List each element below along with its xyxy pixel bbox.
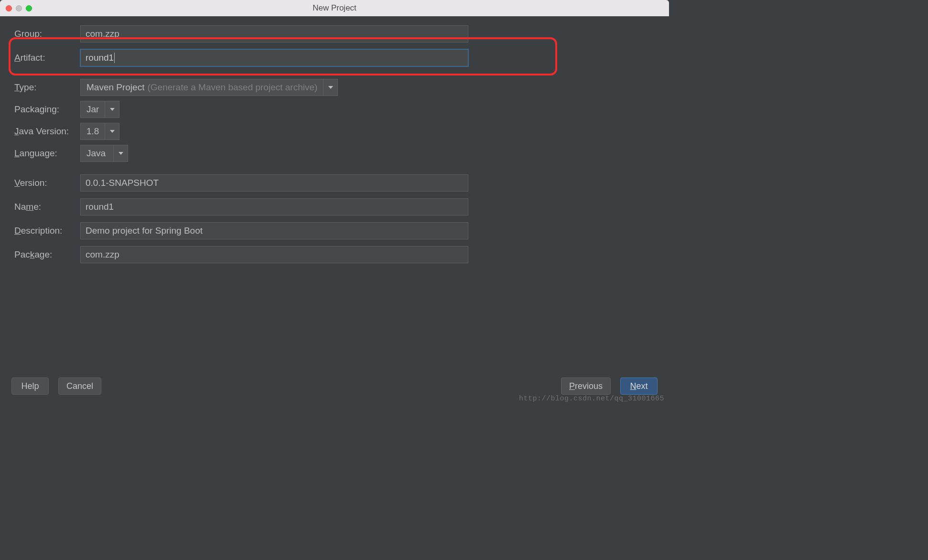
chevron-down-icon [105, 101, 119, 118]
help-button[interactable]: Help [11, 377, 49, 395]
dialog-content: Group: com.zzp Artifact: round1 Type: Ma… [0, 16, 669, 375]
chevron-down-icon [105, 123, 119, 140]
watermark: http://blog.csdn.net/qq_31001665 [519, 395, 664, 403]
row-name: Name: round1 [11, 196, 658, 218]
text-caret [114, 53, 115, 63]
maximize-icon[interactable] [26, 5, 32, 11]
label-description: Description: [11, 226, 80, 236]
label-name: Name: [11, 202, 80, 212]
row-description: Description: Demo project for Spring Boo… [11, 220, 658, 242]
row-java-version: Java Version: 1.8 [11, 120, 658, 142]
chevron-down-icon [324, 79, 338, 96]
next-button[interactable]: Next [620, 377, 658, 395]
label-packaging: Packaging: [11, 104, 80, 115]
label-java-version: Java Version: [11, 126, 80, 137]
row-artifact: Artifact: round1 [11, 47, 658, 69]
version-input[interactable]: 0.0.1-SNAPSHOT [80, 174, 468, 192]
artifact-input[interactable]: round1 [80, 49, 468, 66]
new-project-dialog: New Project Group: com.zzp Artifact: rou… [0, 0, 669, 404]
label-group: Group: [11, 29, 80, 39]
row-package: Package: com.zzp [11, 244, 658, 266]
row-type: Type: Maven Project(Generate a Maven bas… [11, 76, 658, 98]
row-group: Group: com.zzp [11, 23, 658, 45]
label-language: Language: [11, 148, 80, 159]
name-input[interactable]: round1 [80, 198, 468, 215]
titlebar: New Project [0, 0, 669, 16]
label-type: Type: [11, 82, 80, 93]
label-package: Package: [11, 249, 80, 260]
close-icon[interactable] [6, 5, 12, 11]
row-language: Language: Java [11, 142, 658, 164]
package-input[interactable]: com.zzp [80, 246, 468, 263]
row-packaging: Packaging: Jar [11, 98, 658, 120]
label-artifact: Artifact: [11, 53, 80, 63]
window-title: New Project [0, 3, 669, 13]
chevron-down-icon [114, 145, 128, 162]
window-controls [0, 5, 32, 11]
java-version-select[interactable]: 1.8 [80, 123, 119, 140]
packaging-select[interactable]: Jar [80, 101, 119, 118]
type-select[interactable]: Maven Project(Generate a Maven based pro… [80, 79, 338, 96]
label-version: Version: [11, 178, 80, 188]
form: Group: com.zzp Artifact: round1 Type: Ma… [11, 23, 658, 266]
language-select[interactable]: Java [80, 145, 128, 162]
row-version: Version: 0.0.1-SNAPSHOT [11, 172, 658, 194]
previous-button[interactable]: Previous [561, 377, 611, 395]
button-bar: Help Cancel Previous Next http://blog.cs… [0, 375, 669, 404]
cancel-button[interactable]: Cancel [58, 377, 101, 395]
minimize-icon[interactable] [16, 5, 22, 11]
description-input[interactable]: Demo project for Spring Boot [80, 222, 468, 239]
group-input[interactable]: com.zzp [80, 25, 468, 43]
